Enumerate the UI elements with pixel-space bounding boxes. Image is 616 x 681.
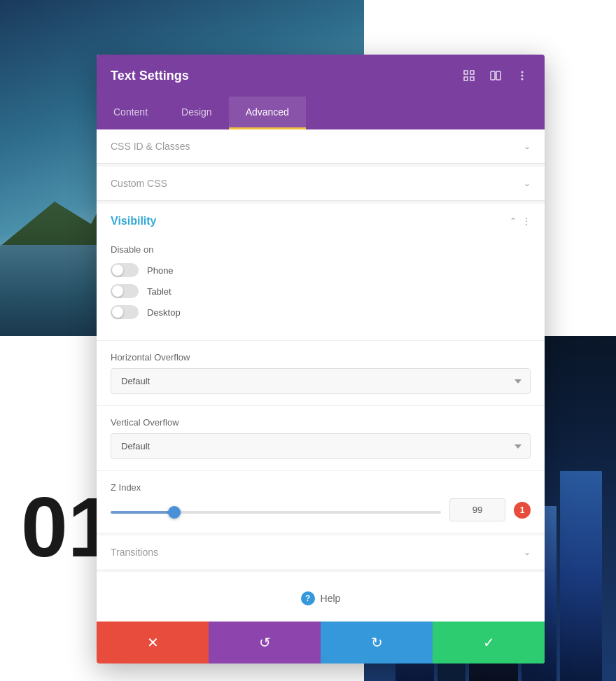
tab-advanced[interactable]: Advanced bbox=[229, 97, 306, 129]
desktop-label: Desktop bbox=[147, 307, 181, 318]
z-index-slider-container bbox=[111, 504, 441, 517]
transitions-section: Transitions ⌄ bbox=[97, 535, 545, 569]
horizontal-overflow-select[interactable]: Default Visible Hidden Scroll Auto bbox=[111, 368, 531, 394]
help-label: Help bbox=[321, 593, 341, 604]
fullscreen-icon[interactable] bbox=[461, 67, 477, 84]
z-index-slider[interactable] bbox=[111, 511, 441, 514]
help-area: ? Help bbox=[97, 572, 545, 622]
visibility-content: Disable on Phone Tablet Desktop bbox=[97, 239, 545, 340]
vertical-overflow-select[interactable]: Default Visible Hidden Scroll Auto bbox=[111, 433, 531, 459]
custom-css-header[interactable]: Custom CSS ⌄ bbox=[97, 167, 545, 201]
custom-css-title: Custom CSS bbox=[111, 178, 167, 189]
custom-css-chevron: ⌄ bbox=[524, 178, 531, 188]
modal-footer: ✕ ↺ ↻ ✓ bbox=[97, 622, 545, 664]
modal-tabs: Content Design Advanced bbox=[97, 97, 545, 129]
z-index-input[interactable] bbox=[449, 498, 505, 521]
phone-toggle-row: Phone bbox=[111, 263, 531, 277]
vertical-overflow-group: Vertical Overflow Default Visible Hidden… bbox=[97, 405, 545, 470]
z-index-row: 1 bbox=[111, 498, 531, 521]
vertical-overflow-label: Vertical Overflow bbox=[111, 417, 531, 428]
svg-point-8 bbox=[522, 78, 524, 80]
modal: Text Settings bbox=[97, 55, 545, 664]
svg-rect-2 bbox=[464, 77, 468, 80]
custom-css-section: Custom CSS ⌄ bbox=[97, 167, 545, 201]
svg-rect-3 bbox=[470, 77, 474, 80]
redo-icon: ↻ bbox=[371, 634, 383, 651]
phone-toggle[interactable] bbox=[111, 263, 139, 277]
visibility-more-icon[interactable]: ⋮ bbox=[522, 216, 531, 226]
modal-body: CSS ID & Classes ⌄ Custom CSS ⌄ Visibili… bbox=[97, 129, 545, 622]
svg-rect-4 bbox=[491, 71, 495, 80]
visibility-chevron-up[interactable]: ⌃ bbox=[510, 216, 517, 226]
z-index-label: Z Index bbox=[111, 482, 531, 493]
desktop-toggle[interactable] bbox=[111, 305, 139, 319]
svg-point-6 bbox=[522, 71, 524, 73]
tablet-toggle-row: Tablet bbox=[111, 284, 531, 298]
z-index-group: Z Index 1 bbox=[97, 470, 545, 533]
transitions-chevron: ⌄ bbox=[524, 547, 531, 557]
desktop-toggle-row: Desktop bbox=[111, 305, 531, 319]
cancel-button[interactable]: ✕ bbox=[97, 622, 209, 664]
undo-icon: ↺ bbox=[259, 634, 271, 651]
cancel-icon: ✕ bbox=[147, 634, 159, 651]
disable-on-label: Disable on bbox=[111, 244, 531, 255]
css-id-classes-section: CSS ID & Classes ⌄ bbox=[97, 129, 545, 164]
phone-label: Phone bbox=[147, 265, 174, 276]
svg-point-7 bbox=[522, 75, 524, 77]
help-button[interactable]: ? Help bbox=[287, 586, 355, 611]
svg-rect-0 bbox=[464, 71, 468, 74]
svg-rect-1 bbox=[470, 71, 474, 74]
css-id-classes-title: CSS ID & Classes bbox=[111, 141, 190, 152]
tablet-label: Tablet bbox=[147, 286, 172, 297]
svg-rect-5 bbox=[496, 71, 500, 80]
visibility-header[interactable]: Visibility ⌃ ⋮ bbox=[97, 204, 545, 239]
horizontal-overflow-group: Horizontal Overflow Default Visible Hidd… bbox=[97, 340, 545, 405]
visibility-header-icons: ⌃ ⋮ bbox=[510, 216, 531, 226]
help-icon: ? bbox=[301, 591, 315, 605]
save-icon: ✓ bbox=[483, 634, 495, 651]
css-id-classes-chevron: ⌄ bbox=[524, 141, 531, 151]
tab-content[interactable]: Content bbox=[97, 97, 164, 129]
css-id-classes-header[interactable]: CSS ID & Classes ⌄ bbox=[97, 129, 545, 164]
transitions-header[interactable]: Transitions ⌄ bbox=[97, 535, 545, 569]
z-index-badge: 1 bbox=[514, 502, 531, 519]
tab-design[interactable]: Design bbox=[164, 97, 229, 129]
visibility-section: Visibility ⌃ ⋮ Disable on Phone Tablet bbox=[97, 204, 545, 533]
tablet-toggle[interactable] bbox=[111, 284, 139, 298]
modal-title: Text Settings bbox=[111, 69, 189, 83]
header-icons bbox=[461, 67, 531, 84]
transitions-title: Transitions bbox=[111, 547, 158, 558]
horizontal-overflow-label: Horizontal Overflow bbox=[111, 352, 531, 363]
save-button[interactable]: ✓ bbox=[433, 622, 545, 664]
redo-button[interactable]: ↻ bbox=[321, 622, 433, 664]
undo-button[interactable]: ↺ bbox=[209, 622, 321, 664]
more-vertical-icon[interactable] bbox=[514, 67, 531, 84]
modal-header: Text Settings bbox=[97, 55, 545, 97]
visibility-title: Visibility bbox=[111, 215, 157, 227]
columns-icon[interactable] bbox=[487, 67, 504, 84]
